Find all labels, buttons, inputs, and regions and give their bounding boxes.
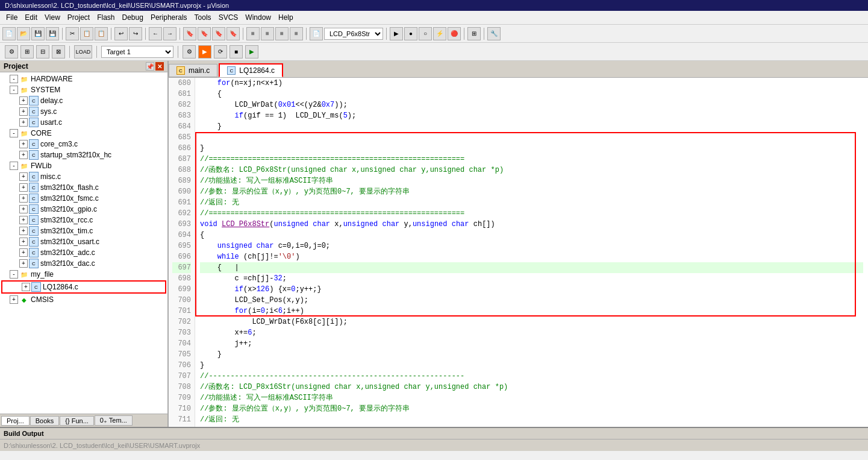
grid-btn[interactable]: ⊞	[20, 45, 34, 58]
undo-btn[interactable]: ↩	[114, 27, 128, 40]
fun-tab[interactable]: {} Fun...	[60, 416, 94, 426]
expand-delay[interactable]: +	[19, 96, 28, 105]
expand-fsmc[interactable]: +	[19, 194, 28, 203]
tree-item-sys[interactable]: + C sys.c	[0, 106, 167, 117]
redo-btn[interactable]: ↪	[129, 27, 142, 40]
menu-file[interactable]: File	[2, 12, 21, 23]
expand-core-cm3[interactable]: +	[19, 140, 28, 148]
indent2-btn[interactable]: ≡	[275, 27, 289, 40]
tree-item-gpio[interactable]: + C stm32f10x_gpio.c	[0, 204, 167, 215]
copy-btn[interactable]: 📋	[80, 27, 93, 40]
tree-item-delay[interactable]: + C delay.c	[0, 95, 167, 106]
tree-item-usart[interactable]: + C usart.c	[0, 117, 167, 128]
bookmark3-btn[interactable]: 🔖	[212, 27, 225, 40]
bookmark-btn[interactable]: 🔖	[183, 27, 196, 40]
proj-tab[interactable]: Proj...	[1, 416, 30, 426]
expand-adc[interactable]: +	[19, 248, 28, 257]
tree-item-startup[interactable]: + C startup_stm32f10x_hc	[0, 150, 167, 160]
stop-build-btn[interactable]: ■	[229, 45, 243, 58]
expand-sys[interactable]: +	[19, 107, 28, 116]
menu-tools[interactable]: Tools	[191, 12, 215, 23]
menu-flash[interactable]: Flash	[93, 12, 118, 23]
settings-btn[interactable]: 🔧	[487, 27, 501, 40]
save-all-btn[interactable]: 💾	[46, 27, 59, 40]
menu-view[interactable]: View	[41, 12, 64, 23]
flash-btn[interactable]: 🔴	[448, 27, 461, 40]
expand-cmsis[interactable]: +	[10, 295, 18, 304]
expand-flash[interactable]: +	[19, 183, 28, 192]
wizard-btn[interactable]: ⚙	[5, 45, 18, 58]
window-btn[interactable]: ⊞	[467, 27, 481, 40]
tree-item-usart2[interactable]: + C stm32f10x_usart.c	[0, 236, 167, 247]
stop-btn[interactable]: ○	[419, 27, 432, 40]
nav-back-btn[interactable]: ←	[149, 27, 162, 40]
grid2-btn[interactable]: ⊟	[36, 45, 49, 58]
menu-edit[interactable]: Edit	[21, 12, 41, 23]
tree-item-fsmc[interactable]: + C stm32f10x_fsmc.c	[0, 193, 167, 204]
expand-tim[interactable]: +	[19, 227, 28, 235]
target-options-btn[interactable]: ⚙	[183, 45, 196, 58]
target-dropdown[interactable]: Target 1	[101, 46, 173, 58]
tem-tab[interactable]: 0₊ Tem...	[95, 415, 133, 426]
expand-gpio[interactable]: +	[19, 205, 28, 213]
nav-fwd-btn[interactable]: →	[163, 27, 176, 40]
menu-help[interactable]: Help	[275, 12, 297, 23]
tree-item-rcc[interactable]: + C stm32f10x_rcc.c	[0, 215, 167, 225]
tree-item-flash[interactable]: + C stm32f10x_flash.c	[0, 182, 167, 193]
menu-svcs[interactable]: SVCS	[215, 12, 242, 23]
expand-core[interactable]: -	[10, 129, 18, 137]
menu-project[interactable]: Project	[64, 12, 93, 23]
paste-btn[interactable]: 📋	[95, 27, 108, 40]
build-target-btn[interactable]: ▶	[198, 45, 211, 58]
tree-item-dac[interactable]: + C stm32f10x_dac.c	[0, 258, 167, 269]
expand-fwlib[interactable]: -	[10, 162, 18, 170]
expand-dac[interactable]: +	[19, 259, 28, 268]
bookmark4-btn[interactable]: 🔖	[226, 27, 240, 40]
function-dropdown[interactable]: LCD_P6x8Str	[324, 28, 383, 40]
expand-misc[interactable]: +	[19, 172, 28, 181]
tree-item-myfile[interactable]: - 📁 my_file	[0, 269, 167, 280]
unindent-btn[interactable]: ≡	[261, 27, 274, 40]
tree-item-system[interactable]: - 📁 SYSTEM	[0, 84, 167, 95]
run-btn[interactable]: ▶	[390, 27, 403, 40]
menu-window[interactable]: Window	[242, 12, 275, 23]
indent3-btn[interactable]: ≡	[290, 27, 303, 40]
tree-item-lq12864[interactable]: + C LQ12864.c	[1, 280, 166, 294]
expand-system[interactable]: -	[10, 86, 18, 94]
expand-usart[interactable]: +	[19, 118, 28, 127]
save-btn[interactable]: 💾	[31, 27, 45, 40]
books-tab[interactable]: Books	[30, 416, 60, 426]
expand-startup[interactable]: +	[19, 151, 28, 159]
menu-debug[interactable]: Debug	[119, 12, 147, 23]
open-file-btn2[interactable]: 📄	[310, 27, 323, 40]
menu-peripherals[interactable]: Peripherals	[147, 12, 191, 23]
code-lines[interactable]: for(n=xj;n<x+1) { LCD_WrDat(0x01<<(y2&0x…	[195, 78, 868, 427]
expand-rcc[interactable]: +	[19, 216, 28, 224]
open-btn[interactable]: 📂	[17, 27, 30, 40]
bookmark2-btn[interactable]: 🔖	[198, 27, 211, 40]
download-btn[interactable]: ⚡	[433, 27, 446, 40]
panel-close-btn[interactable]: ✕	[155, 62, 164, 71]
expand-usart2[interactable]: +	[19, 238, 28, 246]
grid3-btn[interactable]: ⊠	[52, 45, 65, 58]
debug-start-btn[interactable]: ▶	[245, 45, 258, 58]
expand-myfile[interactable]: -	[10, 270, 18, 279]
tree-item-core[interactable]: - 📁 CORE	[0, 128, 167, 139]
tree-item-hardware[interactable]: - 📁 HARDWARE	[0, 74, 167, 84]
tree-item-misc[interactable]: + C misc.c	[0, 171, 167, 182]
tab-main-c[interactable]: C main.c	[169, 64, 217, 77]
new-file-btn[interactable]: 📄	[2, 27, 16, 40]
tree-item-cmsis[interactable]: + ◆ CMSIS	[0, 294, 167, 305]
tree-item-fwlib[interactable]: - 📁 FWLib	[0, 160, 167, 171]
expand-lq12864[interactable]: +	[22, 283, 30, 291]
tree-item-core-cm3[interactable]: + C core_cm3.c	[0, 139, 167, 150]
code-area[interactable]: 680 681 682 683 684 685 686 687 688 689 …	[169, 78, 868, 427]
expand-hardware[interactable]: -	[10, 75, 18, 83]
indent-btn[interactable]: ≡	[246, 27, 260, 40]
tab-lq12864-c[interactable]: C LQ12864.c	[219, 63, 283, 77]
tree-item-tim[interactable]: + C stm32f10x_tim.c	[0, 225, 167, 236]
tree-item-adc[interactable]: + C stm32f10x_adc.c	[0, 247, 167, 258]
cut-btn[interactable]: ✂	[66, 27, 79, 40]
panel-pin-btn[interactable]: 📌	[146, 62, 154, 71]
rebuild-btn[interactable]: ⟳	[214, 45, 227, 58]
